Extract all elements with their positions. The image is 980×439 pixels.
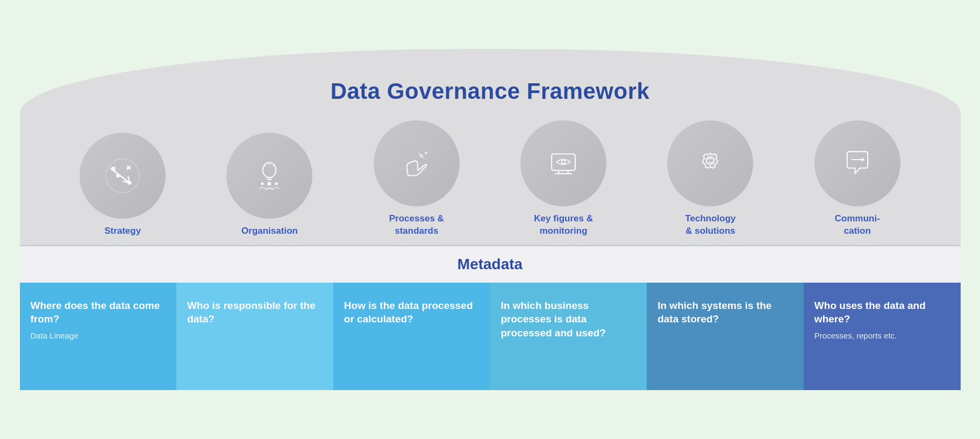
card-2: Who is responsible for the data?: [176, 283, 333, 390]
key-figures-icon: [545, 145, 582, 182]
circle-item-communication: Communi-cation: [798, 120, 917, 244]
svg-marker-35: [862, 157, 864, 162]
circle-key-figures: [520, 120, 606, 206]
svg-point-13: [268, 182, 271, 185]
card-6-main: Who uses the data and where?: [814, 299, 950, 326]
circle-communication: [814, 120, 900, 206]
card-1-sub: Data Lineage: [31, 330, 166, 341]
svg-point-0: [106, 159, 140, 192]
card-5-main: In which systems is the data stored?: [657, 299, 793, 326]
cards-row: Where does the data come from? Data Line…: [20, 283, 961, 390]
organisation-icon: [251, 157, 288, 195]
metadata-section: Metadata: [20, 245, 961, 283]
card-4: In which business processes is data proc…: [490, 283, 647, 390]
svg-point-31: [706, 157, 714, 164]
communication-icon: [839, 145, 876, 182]
svg-point-15: [275, 182, 278, 185]
metadata-title: Metadata: [457, 256, 523, 272]
circle-item-key-figures: Key figures &monitoring: [504, 120, 623, 244]
svg-point-4: [128, 181, 132, 184]
outer-container: Data Governance Framework: [20, 49, 961, 390]
svg-line-1: [111, 168, 130, 182]
card-6: Who uses the data and where? Processes, …: [804, 283, 961, 390]
technology-icon: [691, 145, 729, 182]
svg-point-30: [562, 161, 564, 163]
card-2-main: Who is responsible for the data?: [187, 299, 323, 326]
circle-processes: [374, 120, 460, 206]
card-4-main: In which business processes is data proc…: [501, 299, 636, 340]
card-1: Where does the data come from? Data Line…: [20, 283, 177, 390]
circle-label-technology: Technology& solutions: [685, 213, 735, 244]
svg-point-14: [261, 182, 264, 185]
svg-point-9: [116, 174, 120, 177]
dome-section: Data Governance Framework: [20, 49, 961, 244]
svg-marker-33: [709, 162, 710, 164]
svg-marker-32: [711, 158, 712, 160]
circle-item-technology: Technology& solutions: [651, 120, 769, 244]
circle-item-organisation: Organisation: [210, 133, 328, 245]
card-6-sub: Processes, reports etc.: [814, 330, 950, 341]
circle-label-communication: Communi-cation: [835, 213, 880, 244]
circle-label-processes: Processes &standards: [389, 213, 444, 244]
circles-row: Strategy: [52, 120, 928, 244]
circle-label-key-figures: Key figures &monitoring: [534, 213, 593, 244]
circle-strategy: [80, 133, 166, 219]
strategy-icon: [104, 157, 141, 195]
card-5: In which systems is the data stored?: [647, 283, 804, 390]
processes-icon: [398, 145, 435, 182]
framework-title: Data Governance Framework: [52, 68, 928, 120]
card-3: How is the data processed or calculated?: [333, 283, 490, 390]
svg-line-22: [423, 157, 424, 159]
circle-label-organisation: Organisation: [241, 225, 298, 245]
circle-technology: [667, 120, 753, 206]
circle-item-processes: Processes &standards: [357, 120, 476, 244]
card-1-main: Where does the data come from?: [31, 299, 166, 326]
circle-label-strategy: Strategy: [104, 225, 141, 245]
card-3-main: How is the data processed or calculated?: [344, 299, 480, 326]
circle-item-strategy: Strategy: [63, 133, 182, 245]
svg-line-21: [418, 153, 420, 155]
circle-organisation: [226, 133, 312, 219]
